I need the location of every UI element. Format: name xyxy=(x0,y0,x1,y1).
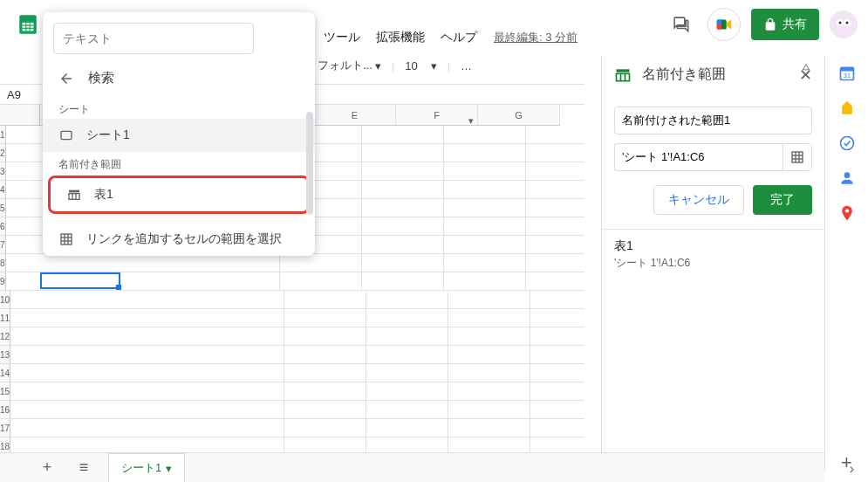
cell[interactable] xyxy=(530,437,584,452)
row-header[interactable]: 13 xyxy=(0,346,10,364)
cell[interactable] xyxy=(362,217,444,236)
cell[interactable] xyxy=(444,217,526,236)
cell[interactable] xyxy=(526,144,584,162)
cell[interactable] xyxy=(10,309,284,327)
range-name-input[interactable] xyxy=(614,107,812,134)
select-all-corner[interactable] xyxy=(0,105,40,126)
cell[interactable] xyxy=(284,346,366,364)
select-range-button[interactable] xyxy=(783,143,812,171)
toolbar-collapse-icon[interactable]: ㅿ xyxy=(795,58,817,79)
cell[interactable] xyxy=(10,364,284,382)
link-item-table1[interactable]: 表1 xyxy=(48,176,310,214)
row-header[interactable]: 17 xyxy=(0,419,10,437)
share-button[interactable]: 共有 xyxy=(751,9,819,40)
cell[interactable] xyxy=(366,419,448,437)
calendar-icon[interactable]: 31 xyxy=(838,65,856,82)
link-item-sheet1[interactable]: シート1 xyxy=(43,119,315,152)
cell[interactable] xyxy=(526,199,584,217)
cell[interactable] xyxy=(284,419,366,437)
cell[interactable] xyxy=(362,162,444,181)
cell[interactable] xyxy=(280,254,362,272)
cell[interactable] xyxy=(530,327,584,346)
cell[interactable] xyxy=(284,382,366,401)
cell[interactable] xyxy=(448,327,530,346)
sheet-tab-1[interactable]: シート1 ▾ xyxy=(108,453,185,483)
comments-button[interactable] xyxy=(666,9,697,40)
cell[interactable] xyxy=(284,327,366,346)
font-family-dropdown[interactable]: フォルト... ▾ xyxy=(318,58,381,73)
cell[interactable] xyxy=(448,437,530,452)
cell[interactable] xyxy=(526,236,584,254)
cell[interactable] xyxy=(526,217,584,236)
cancel-button[interactable]: キャンセル xyxy=(653,185,744,215)
cell[interactable] xyxy=(530,291,584,309)
toolbar-more[interactable]: … xyxy=(461,59,472,72)
cell[interactable] xyxy=(526,272,584,291)
cell[interactable] xyxy=(362,126,444,144)
add-sheet-button[interactable]: + xyxy=(35,456,59,480)
cell[interactable] xyxy=(362,181,444,199)
column-header-g[interactable]: G xyxy=(478,105,560,126)
cell[interactable] xyxy=(362,272,444,291)
cell[interactable] xyxy=(444,254,526,272)
cell[interactable] xyxy=(448,364,530,382)
cell[interactable] xyxy=(444,144,526,162)
cell[interactable] xyxy=(10,437,284,452)
cell[interactable] xyxy=(448,346,530,364)
keep-icon[interactable] xyxy=(838,100,856,117)
column-header-f[interactable]: F▾ xyxy=(396,105,478,126)
cell[interactable] xyxy=(444,181,526,199)
row-header[interactable]: 16 xyxy=(0,401,10,419)
cell[interactable] xyxy=(366,437,448,452)
cell[interactable] xyxy=(10,291,284,309)
cell[interactable] xyxy=(448,401,530,419)
cell[interactable] xyxy=(444,162,526,181)
name-box[interactable]: A9 xyxy=(0,85,45,104)
contacts-icon[interactable] xyxy=(838,169,856,187)
cell[interactable] xyxy=(10,346,284,364)
row-header[interactable]: 14 xyxy=(0,364,10,382)
cell[interactable] xyxy=(444,272,526,291)
last-edit-link[interactable]: 最終編集: 3 分前 xyxy=(494,30,578,45)
cell[interactable] xyxy=(526,254,584,272)
cell[interactable] xyxy=(444,126,526,144)
filter-dropdown-icon[interactable]: ▾ xyxy=(468,110,474,131)
menu-help[interactable]: ヘルプ xyxy=(434,26,483,49)
cell[interactable] xyxy=(362,199,444,217)
cell[interactable] xyxy=(448,419,530,437)
cell[interactable] xyxy=(284,401,366,419)
cell[interactable] xyxy=(530,364,584,382)
cell[interactable] xyxy=(526,181,584,199)
sheets-logo[interactable] xyxy=(10,7,45,42)
cell[interactable] xyxy=(444,199,526,217)
menu-tools[interactable]: ツール xyxy=(318,26,366,49)
rail-collapse-icon[interactable]: › xyxy=(850,461,854,477)
cell[interactable] xyxy=(280,272,362,291)
back-arrow-icon[interactable] xyxy=(58,71,74,86)
cell[interactable] xyxy=(366,401,448,419)
range-ref-input[interactable] xyxy=(614,143,783,171)
cell[interactable] xyxy=(10,327,284,346)
cell[interactable] xyxy=(526,126,584,144)
tasks-icon[interactable] xyxy=(838,134,856,152)
row-header[interactable]: 12 xyxy=(0,327,10,346)
done-button[interactable]: 完了 xyxy=(753,185,812,215)
cell[interactable] xyxy=(530,419,584,437)
font-size-dropdown[interactable]: 10 ▾ xyxy=(405,59,436,72)
link-search-row[interactable]: 検索 xyxy=(43,61,315,97)
cell[interactable] xyxy=(530,346,584,364)
row-header[interactable]: 10 xyxy=(0,291,10,309)
cell[interactable] xyxy=(444,236,526,254)
cell[interactable] xyxy=(366,291,448,309)
cell[interactable] xyxy=(366,327,448,346)
cell[interactable] xyxy=(362,144,444,162)
link-text-input[interactable] xyxy=(53,23,254,54)
cell[interactable] xyxy=(284,437,366,452)
cell[interactable] xyxy=(362,236,444,254)
cell[interactable] xyxy=(448,291,530,309)
cell[interactable] xyxy=(526,162,584,181)
all-sheets-button[interactable]: ≡ xyxy=(72,456,96,480)
row-header[interactable]: 15 xyxy=(0,382,10,401)
cell[interactable] xyxy=(448,382,530,401)
row-header[interactable]: 18 xyxy=(0,437,10,452)
